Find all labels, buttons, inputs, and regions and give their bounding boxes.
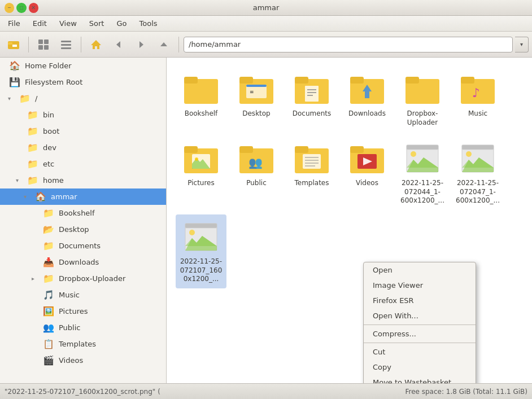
file-label: 2022-11-25-072044_1-600x1200_... <box>399 179 446 205</box>
sidebar-tree-item[interactable]: 📂Desktop <box>0 221 166 238</box>
sidebar-item-label: Home Folder <box>25 62 72 70</box>
context-menu-item[interactable]: Move to Wastebasket <box>364 375 476 383</box>
svg-rect-6 <box>38 45 43 50</box>
sidebar-tree-item[interactable]: 📁Documents <box>0 238 166 254</box>
sidebar-tree-item[interactable]: ▸📁Dropbox-Uploader <box>0 270 166 287</box>
file-icon <box>349 71 385 107</box>
sidebar-item-label: Filesystem Root <box>25 78 82 86</box>
file-label: Downloads <box>348 109 386 119</box>
sidebar-toggle[interactable]: ▾ <box>24 194 30 200</box>
file-item[interactable]: 2022-11-25-072047_1-600x1200_... <box>452 136 503 210</box>
svg-rect-9 <box>61 44 71 46</box>
sidebar-item-label: home <box>43 176 64 185</box>
sidebar-item-home-folder[interactable]: 🏠 Home Folder <box>0 58 166 74</box>
sidebar-item-icon: 📁 <box>43 273 54 284</box>
menu-item-edit[interactable]: Edit <box>27 17 53 29</box>
file-item[interactable]: ≡ Desktop <box>231 67 282 131</box>
file-item[interactable]: Videos <box>342 136 393 210</box>
file-label: Videos <box>356 179 378 188</box>
close-button[interactable]: ✕ <box>29 3 38 13</box>
context-menu-item[interactable]: Firefox ESR <box>364 293 476 308</box>
sidebar-item-icon: 📁 <box>27 142 38 153</box>
sidebar-tree-item[interactable]: 📁boot <box>0 123 166 139</box>
context-menu-item[interactable]: Copy <box>364 359 476 375</box>
sidebar-tree-item[interactable]: 🎬Videos <box>0 352 166 369</box>
sidebar-item-label: boot <box>43 127 59 135</box>
location-dropdown[interactable]: ▾ <box>515 37 529 52</box>
file-icon <box>294 141 330 177</box>
file-label: Documents <box>293 109 331 119</box>
file-label: Desktop <box>242 109 271 119</box>
sidebar-item-icon: 🖼️ <box>43 306 54 317</box>
file-item[interactable]: Dropbox-Uploader <box>397 67 448 131</box>
svg-rect-8 <box>61 41 71 42</box>
sidebar-tree-item[interactable]: 📁Bookshelf <box>0 205 166 221</box>
toolbar-separator <box>28 37 29 52</box>
svg-rect-68 <box>185 223 217 228</box>
file-item[interactable]: Documents <box>286 67 337 131</box>
sidebar-item-filesystem-root[interactable]: 💾 Filesystem Root <box>0 74 166 90</box>
file-item[interactable]: Downloads <box>342 67 393 131</box>
file-item[interactable]: Templates <box>286 136 337 210</box>
sidebar-tree-item[interactable]: 📁etc <box>0 156 166 172</box>
forward-button[interactable] <box>131 34 151 55</box>
svg-rect-37 <box>184 146 198 153</box>
window-title: ammar <box>38 3 494 12</box>
sidebar-item-label: Videos <box>59 356 83 365</box>
sidebar-item-label: Bookshelf <box>59 209 95 217</box>
context-menu-item[interactable]: Open With... <box>364 308 476 323</box>
context-menu-item[interactable]: Cut <box>364 344 476 359</box>
file-label: Dropbox-Uploader <box>399 109 446 127</box>
statusbar: "2022-11-25-072107_1600x1200_scrot.png" … <box>0 383 532 399</box>
context-menu-item[interactable]: Open <box>364 262 476 278</box>
menu-item-file[interactable]: File <box>2 17 26 29</box>
sidebar-item-icon: 📁 <box>19 93 30 104</box>
menu-item-tools[interactable]: Tools <box>134 17 163 29</box>
sidebar-tree-item[interactable]: ▾📁home <box>0 172 166 188</box>
context-menu-item[interactable]: Image Viewer <box>364 278 476 293</box>
sidebar-tree-item[interactable]: ▾🏠ammar <box>0 188 166 205</box>
sidebar-tree-item[interactable]: 👥Public <box>0 319 166 336</box>
sidebar-tree-item[interactable]: 🎵Music <box>0 287 166 303</box>
sidebar-tree-item[interactable]: 📥Downloads <box>0 254 166 270</box>
maximize-button[interactable]: □ <box>16 3 26 13</box>
sidebar-tree-item[interactable]: 📁dev <box>0 139 166 156</box>
file-item[interactable]: ♪ Music <box>452 67 503 131</box>
svg-point-64 <box>466 151 472 157</box>
grid-view-button[interactable] <box>33 34 54 55</box>
menu-item-go[interactable]: Go <box>111 17 132 29</box>
file-item[interactable]: 👥 Public <box>231 136 282 210</box>
file-item[interactable]: Bookshelf <box>176 67 226 131</box>
menu-item-sort[interactable]: Sort <box>84 17 110 29</box>
back-button[interactable] <box>108 34 129 55</box>
svg-rect-56 <box>407 145 438 150</box>
svg-rect-32 <box>405 77 419 84</box>
minimize-button[interactable]: − <box>5 3 14 13</box>
home-button[interactable] <box>86 34 106 55</box>
sidebar-tree-item[interactable]: 🖼️Pictures <box>0 303 166 319</box>
svg-point-58 <box>411 151 416 157</box>
file-item[interactable]: 2022-11-25-072107_1600x1200_... <box>176 214 226 288</box>
sidebar-tree-item[interactable]: 📋Templates <box>0 336 166 352</box>
file-label: Templates <box>294 179 329 188</box>
sidebar-item-label: bin <box>43 111 54 119</box>
sidebar-toggle[interactable]: ▾ <box>16 177 23 183</box>
sidebar-tree-item[interactable]: 📁bin <box>0 107 166 123</box>
svg-rect-1 <box>8 42 12 45</box>
context-menu-item[interactable]: Compress... <box>364 326 476 341</box>
file-item[interactable]: Pictures <box>176 136 226 210</box>
list-view-button[interactable] <box>56 34 76 55</box>
sidebar-tree-item[interactable]: ▾📁/ <box>0 90 166 107</box>
file-item[interactable]: 2022-11-25-072044_1-600x1200_... <box>397 136 448 210</box>
sidebar-item-icon: 🎵 <box>43 290 54 300</box>
menu-item-view[interactable]: View <box>54 17 82 29</box>
new-folder-button[interactable] <box>3 34 24 55</box>
sidebar-toggle[interactable]: ▸ <box>32 275 38 282</box>
up-button[interactable] <box>154 34 174 55</box>
file-icon <box>183 219 219 255</box>
toolbar: /home/ammar ▾ <box>0 32 532 58</box>
sidebar-toggle[interactable]: ▾ <box>8 95 15 102</box>
svg-rect-23 <box>295 77 308 84</box>
file-area[interactable]: Bookshelf ≡ Desktop Documents Downloads … <box>167 58 532 383</box>
svg-rect-5 <box>44 40 49 44</box>
